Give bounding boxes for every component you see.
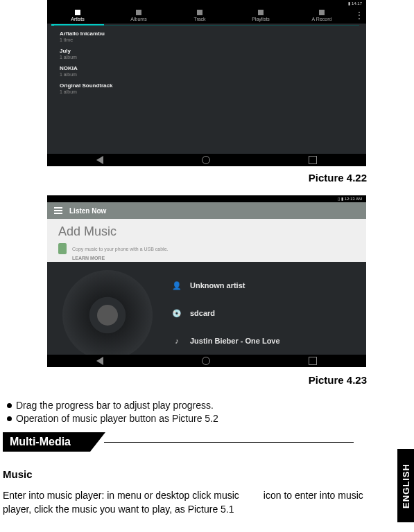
nav-back-icon[interactable] (96, 156, 103, 164)
artist-sub: 1 time (60, 37, 359, 42)
status-bar: ▮ 14:17 (47, 0, 366, 7)
artist-name: Arfiallo Inicambu (60, 30, 359, 37)
learn-more-link[interactable]: LEARN MORE (72, 256, 355, 260)
section-header: Multi-Media (3, 432, 354, 452)
person-icon: 👤 (172, 281, 182, 290)
artist-row[interactable]: NOKIA 1 album (60, 65, 359, 77)
signal-icon: ▯ (338, 197, 340, 201)
artist-name: Original Soundtrack (60, 82, 359, 89)
tab-arecord[interactable]: A Record (291, 10, 352, 21)
music-tabs: Artists Albums Track Playlists A Record … (47, 7, 366, 24)
mic-icon (75, 10, 80, 15)
usb-android-icon (58, 243, 67, 254)
now-playing-row: 👤 Unknown artist 💿 sdcard ♪ Justin Biebe… (47, 262, 366, 355)
track-label: Unknown artist (190, 281, 245, 290)
bullet-list: Drag the progress bar to adjust play pro… (7, 399, 218, 425)
vinyl-center-icon (97, 305, 118, 326)
android-navbar (47, 355, 366, 367)
track-label: Justin Bieber - One Love (190, 337, 280, 345)
figure-caption: Picture 4.22 (0, 172, 367, 184)
nav-home-icon[interactable] (202, 357, 210, 365)
bullet-item: Drag the progress bar to adjust play pro… (7, 399, 218, 412)
bullet-text: Operation of music player button as Pict… (16, 412, 218, 425)
tab-underline (54, 25, 359, 26)
listen-now-header: Listen Now (47, 202, 366, 219)
tab-track[interactable]: Track (169, 10, 230, 21)
nav-back-icon[interactable] (96, 357, 103, 365)
tab-label: Albums (130, 17, 146, 21)
screenshot-4-22: ▮ 14:17 Artists Albums Track Playlists A… (47, 0, 366, 166)
tab-playlists[interactable]: Playlists (230, 10, 291, 21)
disc-icon (136, 10, 141, 15)
artist-list: Arfiallo Inicambu 1 time July 1 album NO… (60, 30, 359, 100)
status-bar: ▯ ▮ 12:13 AM (47, 195, 366, 202)
header-title: Listen Now (69, 207, 106, 215)
side-tab-label: ENGLISH (401, 463, 411, 508)
artist-name: NOKIA (60, 65, 359, 71)
album-art (47, 262, 165, 355)
artist-sub: 1 album (60, 89, 359, 94)
artist-sub: 1 album (60, 72, 359, 77)
add-music-panel: Add Music Copy music to your phone with … (47, 219, 366, 262)
bullet-dot-icon (7, 416, 12, 421)
tab-artists[interactable]: Artists (47, 10, 108, 21)
tab-albums[interactable]: Albums (108, 10, 169, 21)
nav-recent-icon[interactable] (309, 357, 317, 365)
nav-home-icon[interactable] (202, 156, 210, 164)
body-paragraph: Enter into music player: in menu or desk… (3, 489, 393, 516)
artist-row[interactable]: Original Soundtrack 1 album (60, 82, 359, 94)
para-part-a: Enter into music player: in menu or desk… (3, 490, 239, 501)
tab-label: Track (193, 17, 205, 21)
add-music-title: Add Music (58, 224, 355, 239)
bullet-dot-icon (7, 403, 12, 408)
track-label: sdcard (190, 309, 215, 317)
battery-icon: ▮ (341, 197, 343, 201)
bullet-text: Drag the progress bar to adjust play pro… (16, 399, 214, 412)
artist-row[interactable]: July 1 album (60, 48, 359, 60)
android-navbar (47, 154, 366, 166)
battery-icon: ▮ (348, 1, 350, 6)
section-rule (104, 442, 354, 443)
status-time: 14:17 (352, 1, 362, 6)
artist-name: July (60, 48, 359, 54)
overflow-menu-icon[interactable]: ⋮ (352, 7, 366, 24)
track-row[interactable]: 💿 sdcard (172, 299, 359, 327)
track-list: 👤 Unknown artist 💿 sdcard ♪ Justin Biebe… (165, 262, 366, 355)
hamburger-icon[interactable] (54, 207, 62, 214)
note-icon (197, 10, 202, 15)
section-title: Multi-Media (3, 432, 105, 452)
language-side-tab: ENGLISH (397, 449, 414, 522)
screenshot-4-23: ▯ ▮ 12:13 AM Listen Now Add Music Copy m… (47, 195, 366, 367)
note-icon: ♪ (172, 336, 182, 346)
add-music-msg: Copy music to your phone with a USB cabl… (72, 247, 169, 251)
tab-label: Playlists (252, 17, 270, 21)
status-time: 12:13 AM (345, 197, 362, 201)
bullet-item: Operation of music player button as Pict… (7, 412, 218, 425)
subheading-music: Music (3, 468, 33, 480)
album-icon: 💿 (172, 308, 182, 318)
nav-recent-icon[interactable] (309, 156, 317, 164)
artist-row[interactable]: Arfiallo Inicambu 1 time (60, 30, 359, 42)
figure-caption: Picture 4.23 (0, 374, 367, 386)
list-icon (258, 10, 264, 15)
track-row[interactable]: 👤 Unknown artist (172, 272, 359, 299)
artist-sub: 1 album (60, 55, 359, 60)
tab-label: Artists (71, 17, 84, 21)
tab-label: A Record (312, 17, 332, 21)
grid-icon (319, 10, 325, 15)
track-row[interactable]: ♪ Justin Bieber - One Love (172, 327, 359, 355)
